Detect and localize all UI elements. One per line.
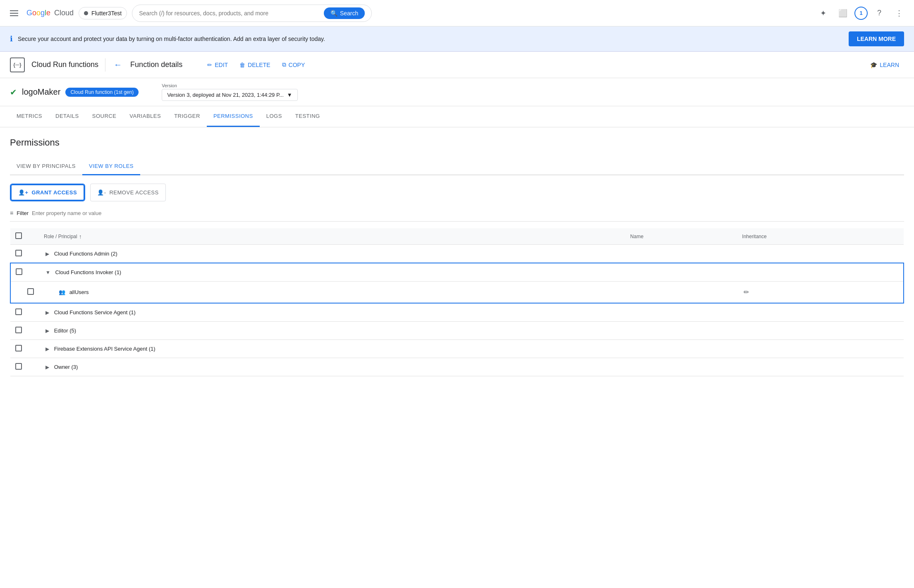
table-header: Role / Principal ↑ Name Inheritance xyxy=(10,228,904,245)
function-type-badge: Cloud Run function (1st gen) xyxy=(65,88,139,97)
expand-icon[interactable]: ▶ xyxy=(44,309,51,316)
tab-metrics[interactable]: METRICS xyxy=(10,106,49,127)
add-person-icon: 👤+ xyxy=(18,189,29,196)
table-body: ▶ Cloud Functions Admin (2) ▼ Cloud Func… xyxy=(10,245,904,376)
tab-variables[interactable]: VARIABLES xyxy=(123,106,167,127)
expand-icon[interactable]: ▶ xyxy=(44,250,51,258)
header-checkbox-cell xyxy=(10,228,39,245)
remove-person-icon: 👤- xyxy=(97,189,106,196)
more-options-btn[interactable]: ⋮ xyxy=(891,5,907,22)
tab-permissions[interactable]: PERMISSIONS xyxy=(207,106,260,127)
row-checkbox[interactable] xyxy=(16,268,22,275)
tab-source[interactable]: SOURCE xyxy=(86,106,123,127)
filter-icon: ≡ xyxy=(10,210,13,216)
project-name: Flutter3Test xyxy=(91,10,122,17)
copy-button[interactable]: ⧉ COPY xyxy=(277,58,310,72)
delete-icon: 🗑 xyxy=(239,62,245,68)
nav-icons: ✦ ⬜ 1 ? ⋮ xyxy=(815,5,907,22)
tab-logs[interactable]: LOGS xyxy=(260,106,289,127)
member-group-icon: 👥 xyxy=(59,289,65,295)
version-selector: Version Version 3, deployed at Nov 21, 2… xyxy=(162,83,298,101)
tab-trigger[interactable]: TRIGGER xyxy=(167,106,207,127)
info-icon: ℹ xyxy=(10,34,13,43)
remove-access-button[interactable]: 👤- REMOVE ACCESS xyxy=(90,184,166,201)
expand-icon[interactable]: ▶ xyxy=(44,345,51,353)
sub-tab-view-by-principals[interactable]: VIEW BY PRINCIPALS xyxy=(10,158,82,175)
role-inheritance-cell xyxy=(737,340,904,358)
banner-text: Secure your account and protect your dat… xyxy=(18,36,844,42)
role-name: Cloud Functions Admin (2) xyxy=(54,251,117,257)
service-name: Cloud Run functions xyxy=(31,60,98,69)
row-checkbox[interactable] xyxy=(15,363,22,370)
member-name: allUsers xyxy=(69,289,89,295)
table-row: ▶ Cloud Functions Service Agent (1) xyxy=(10,303,904,322)
version-value: Version 3, deployed at Nov 21, 2023, 1:4… xyxy=(167,92,284,98)
role-name: Owner (3) xyxy=(54,364,78,370)
expand-icon[interactable]: ▶ xyxy=(44,363,51,371)
role-inheritance-cell xyxy=(737,358,904,376)
select-all-checkbox[interactable] xyxy=(15,232,22,239)
sub-tab-view-by-roles[interactable]: VIEW BY ROLES xyxy=(82,158,140,175)
row-checkbox[interactable] xyxy=(15,327,22,333)
expand-icon[interactable]: ▶ xyxy=(44,327,51,335)
table-row: ▼ Cloud Functions Invoker (1) xyxy=(10,263,904,282)
back-button[interactable]: ← xyxy=(112,58,124,71)
top-nav: Google Cloud Flutter3Test 🔍 Search ✦ ⬜ 1… xyxy=(0,0,914,26)
learn-more-button[interactable]: LEARN MORE xyxy=(849,31,904,46)
tab-details[interactable]: DETAILS xyxy=(49,106,86,127)
role-name-cell xyxy=(625,322,737,340)
role-inheritance-cell xyxy=(737,322,904,340)
permissions-sub-tabs: VIEW BY PRINCIPALS VIEW BY ROLES xyxy=(10,158,904,175)
search-input[interactable] xyxy=(139,10,321,17)
header-actions: ✏ EDIT 🗑 DELETE ⧉ COPY xyxy=(202,58,310,72)
grant-access-button[interactable]: 👤+ GRANT ACCESS xyxy=(11,184,84,201)
header-role-principal: Role / Principal ↑ xyxy=(39,228,625,245)
hamburger-menu[interactable] xyxy=(7,5,22,21)
function-info-row: ✔ logoMaker Cloud Run function (1st gen)… xyxy=(0,78,914,106)
search-button[interactable]: 🔍 Search xyxy=(324,7,365,19)
project-selector[interactable]: Flutter3Test xyxy=(79,7,127,19)
terminal-icon-btn[interactable]: ⬜ xyxy=(835,5,851,22)
info-banner: ℹ Secure your account and protect your d… xyxy=(0,26,914,52)
version-dropdown[interactable]: Version 3, deployed at Nov 21, 2023, 1:4… xyxy=(162,89,298,101)
function-name: logoMaker xyxy=(22,87,60,97)
project-dot-icon xyxy=(84,11,88,15)
filter-row: ≡ Filter xyxy=(10,210,904,222)
expand-icon[interactable]: ▼ xyxy=(44,269,52,276)
main-tabs: METRICS DETAILS SOURCE VARIABLES TRIGGER… xyxy=(0,106,914,127)
filter-input[interactable] xyxy=(32,210,904,216)
sparkle-icon-btn[interactable]: ✦ xyxy=(815,5,831,22)
edit-member-button[interactable]: ✏ xyxy=(742,287,751,298)
google-cloud-logo: Google Cloud xyxy=(26,9,74,17)
table-row: ▶ Cloud Functions Admin (2) xyxy=(10,245,904,263)
row-checkbox[interactable] xyxy=(15,250,22,256)
permissions-section-title: Permissions xyxy=(10,137,904,148)
permissions-table: Role / Principal ↑ Name Inheritance ▶ Cl… xyxy=(10,228,904,376)
page-title: Function details xyxy=(130,60,182,69)
check-icon: ✔ xyxy=(10,87,17,97)
cloud-run-icon: {···} xyxy=(10,57,25,72)
sort-arrow-icon[interactable]: ↑ xyxy=(79,233,82,240)
learn-icon: 🎓 xyxy=(870,62,877,68)
row-checkbox[interactable] xyxy=(15,345,22,351)
copy-icon: ⧉ xyxy=(282,61,286,68)
row-checkbox[interactable] xyxy=(15,308,22,315)
row-checkbox[interactable] xyxy=(27,288,34,295)
search-icon: 🔍 xyxy=(330,10,337,17)
grant-access-highlight: 👤+ GRANT ACCESS xyxy=(10,184,85,201)
tab-testing[interactable]: TESTING xyxy=(289,106,327,127)
avatar-btn[interactable]: 1 xyxy=(854,7,868,20)
role-name: Editor (5) xyxy=(54,327,76,334)
role-name: Cloud Functions Service Agent (1) xyxy=(54,309,136,316)
header-name: Name xyxy=(625,228,737,245)
function-name-badge: ✔ logoMaker Cloud Run function (1st gen) xyxy=(10,87,139,97)
edit-button[interactable]: ✏ EDIT xyxy=(202,58,233,72)
role-name: Firebase Extensions API Service Agent (1… xyxy=(54,346,156,352)
table-row: ▶ Owner (3) xyxy=(10,358,904,376)
search-bar: 🔍 Search xyxy=(132,5,372,22)
help-icon-btn[interactable]: ? xyxy=(871,5,888,22)
delete-button[interactable]: 🗑 DELETE xyxy=(234,58,275,72)
role-name-cell xyxy=(625,303,737,322)
learn-button[interactable]: 🎓 LEARN xyxy=(865,58,904,72)
role-inheritance-cell xyxy=(737,245,904,263)
